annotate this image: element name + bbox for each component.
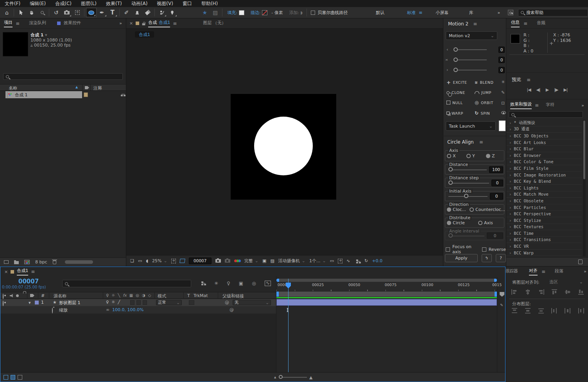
graph-editor-icon[interactable]: ∿ xyxy=(265,281,271,286)
zoom-tool[interactable] xyxy=(37,8,47,17)
zoom-in-mountain-icon[interactable]: ▲ xyxy=(309,375,312,380)
pen-tool[interactable]: ✒ xyxy=(97,8,107,17)
label-color-swatch[interactable] xyxy=(84,92,88,97)
playhead-line[interactable] xyxy=(288,279,289,372)
tab-audio[interactable]: 音频 xyxy=(537,20,545,27)
warp-button[interactable]: WARP xyxy=(446,110,475,116)
fill-swatch[interactable] xyxy=(239,10,244,15)
frame-blend-switch-icon[interactable]: ▦ xyxy=(129,293,133,297)
next-frame-button[interactable]: |▶ xyxy=(554,87,558,92)
selection-tool[interactable] xyxy=(16,8,26,17)
project-panel-menu-icon[interactable]: ≡ xyxy=(16,21,20,26)
in-out-pane-toggle-icon[interactable] xyxy=(18,375,22,380)
layer-quality-icon[interactable]: ╱ xyxy=(118,300,120,304)
initial-axis-value[interactable]: 0 xyxy=(490,193,503,200)
motion-panel-menu-icon[interactable]: ≡ xyxy=(473,21,477,27)
graph-icon[interactable]: ∿ xyxy=(346,258,350,263)
list-item[interactable]: ›BCC Match Move xyxy=(506,191,582,198)
stroke-label[interactable]: 描边: xyxy=(251,10,261,16)
tab-align[interactable]: 对齐 xyxy=(529,268,538,276)
composition-mini-flowchart-icon[interactable] xyxy=(201,281,203,283)
sparkle-icon[interactable]: ✳ xyxy=(501,79,506,85)
brush-tool[interactable]: ✐ xyxy=(121,8,132,17)
standard-menu-icon[interactable]: ≡ xyxy=(419,10,422,15)
timeline-zoom-track[interactable] xyxy=(280,377,307,378)
work-area-bar[interactable] xyxy=(276,292,497,297)
null-button[interactable]: NULL xyxy=(446,100,475,105)
tab-composition[interactable]: 合成合成1 xyxy=(148,20,170,27)
menu-file[interactable]: 文件(F) xyxy=(5,0,20,7)
label-column-icon[interactable] xyxy=(85,86,89,89)
last-frame-button[interactable]: ▶| xyxy=(563,87,567,92)
timeline-tab[interactable]: 合成1 xyxy=(17,268,28,276)
menu-composition[interactable]: 合成(C) xyxy=(55,0,72,7)
comp-marker-bin-icon[interactable] xyxy=(500,292,504,297)
list-item[interactable]: ›* 动画预设 xyxy=(506,120,582,126)
column-comment[interactable]: 注释 xyxy=(93,85,102,91)
t-column[interactable]: T xyxy=(187,293,190,298)
workspace-library[interactable]: 库 xyxy=(469,10,473,16)
tab-effects-presets[interactable]: 效果和预设 xyxy=(510,101,532,109)
interpret-footage-icon[interactable] xyxy=(4,260,9,264)
project-tabs-overflow-icon[interactable]: » xyxy=(119,21,122,26)
reverse-checkbox[interactable] xyxy=(482,247,486,252)
slider3-track[interactable] xyxy=(454,70,487,70)
axis-x-radio[interactable] xyxy=(447,154,451,158)
align-panel-menu-icon[interactable]: ≡ xyxy=(541,269,545,274)
comp-breadcrumb[interactable]: 合成1 xyxy=(135,31,154,38)
stroke-swatch[interactable] xyxy=(262,10,267,15)
white-circle-shape[interactable] xyxy=(254,117,313,175)
home-tool[interactable]: ⌂ xyxy=(2,8,12,17)
slider2-track[interactable] xyxy=(454,59,487,60)
list-item[interactable]: ›BCC Film Style xyxy=(506,165,582,172)
horizontal-scrollbar[interactable] xyxy=(65,260,93,264)
mini-flowchart-icon[interactable] xyxy=(356,259,358,261)
tab-render-queue[interactable]: 渲染队列 xyxy=(29,20,46,27)
distance-step-value[interactable]: 0 xyxy=(491,180,503,186)
property-value[interactable]: 100.0, 100.0% xyxy=(112,307,143,312)
new-folder-icon[interactable] xyxy=(14,261,19,264)
distribute-circle-radio[interactable] xyxy=(447,221,451,225)
viewer-panel-menu-icon[interactable]: ≡ xyxy=(173,21,177,26)
effects-panel-menu-icon[interactable]: ≡ xyxy=(535,103,539,108)
parent-dropdown[interactable]: 无⌄ xyxy=(233,300,271,305)
comp-title-flyout-icon[interactable]: ▾ xyxy=(45,32,47,38)
time-navigator[interactable] xyxy=(276,279,497,282)
slider3-value[interactable]: 0 xyxy=(498,67,505,73)
fx-switch-icon[interactable]: fx xyxy=(123,293,126,297)
menu-window[interactable]: 窗口 xyxy=(183,0,192,7)
timeline-panel-menu-icon[interactable]: ≡ xyxy=(31,269,35,274)
quality-switch-icon[interactable]: ╲ xyxy=(118,293,120,297)
pencil-icon[interactable]: ✎ xyxy=(501,90,506,95)
hand-tool[interactable] xyxy=(26,8,37,17)
list-item[interactable]: ›BCC 3D Objects xyxy=(506,133,582,139)
parent-column[interactable]: 父级和链接 xyxy=(222,293,244,299)
bezier-path-checkbox[interactable] xyxy=(311,11,315,15)
project-bit-depth[interactable]: 8 bpc xyxy=(35,259,47,265)
table-row[interactable]: 合成 1 xyxy=(0,91,126,98)
clone-stamp-tool[interactable] xyxy=(132,8,142,17)
camera-tool[interactable] xyxy=(61,8,72,17)
list-item[interactable]: ›BCC Color & Tone xyxy=(506,159,582,166)
solo-column-icon[interactable] xyxy=(16,294,19,297)
list-item[interactable]: ›BCC Particles xyxy=(506,204,582,211)
fill-label[interactable]: 填充: xyxy=(227,10,237,16)
blend-button[interactable]: ≋BLEND xyxy=(475,79,501,85)
eye-icon[interactable] xyxy=(501,111,506,114)
align-tabs-overflow-icon[interactable]: » xyxy=(584,269,586,274)
shy-icon[interactable]: ♀ xyxy=(227,281,230,286)
puppet-pin-tool[interactable] xyxy=(167,8,177,17)
layer-row[interactable]: ▾ 1 ★ 形状图层 1 ♀ ☼ ╱ 正常⌄ @ 无⌄ xyxy=(0,299,276,306)
layer-duration-bar[interactable] xyxy=(276,299,497,306)
comp-title[interactable]: 合成 1 xyxy=(30,32,43,38)
effects-search[interactable] xyxy=(509,111,583,118)
distance-step-track[interactable] xyxy=(449,183,489,184)
three-d-switch-icon[interactable]: ◇ xyxy=(148,293,151,297)
show-snapshot-icon[interactable] xyxy=(225,259,230,263)
close-tab-icon[interactable]: × xyxy=(129,21,133,26)
tab-info[interactable]: 信息 xyxy=(511,20,520,27)
trkmat-cell[interactable] xyxy=(189,300,194,305)
list-item[interactable]: ›BCC Obsolete xyxy=(506,198,582,204)
slider3-knob[interactable] xyxy=(454,68,458,72)
slider1-track[interactable] xyxy=(454,49,487,50)
